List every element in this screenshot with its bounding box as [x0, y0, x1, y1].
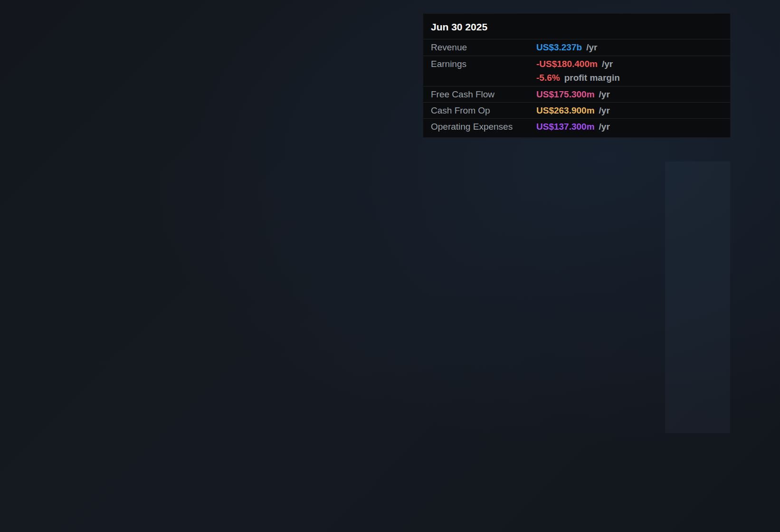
tooltip-suffix: /yr [599, 89, 610, 100]
tooltip-suffix: /yr [586, 42, 597, 53]
tooltip-label: Cash From Op [431, 105, 536, 116]
tooltip-row-earnings: Earnings -US$180.400m /yr [423, 56, 730, 72]
tooltip-row-profit-margin: -5.6% profit margin [423, 70, 730, 86]
tooltip-label: Earnings [431, 59, 536, 69]
future-band [665, 162, 730, 433]
financial-history-page: Jun 30 2025 Revenue US$3.237b /yr Earnin… [0, 0, 780, 532]
tooltip-label: Operating Expenses [431, 122, 536, 132]
tooltip-suffix: profit margin [564, 73, 620, 83]
data-tooltip: Jun 30 2025 Revenue US$3.237b /yr Earnin… [423, 13, 731, 138]
tooltip-row-free-cash-flow: Free Cash Flow US$175.300m /yr [423, 86, 730, 102]
tooltip-row-operating-expenses: Operating Expenses US$137.300m /yr [423, 118, 730, 134]
tooltip-value: US$175.300m [536, 89, 595, 100]
tooltip-label: Revenue [431, 42, 536, 53]
tooltip-date: Jun 30 2025 [423, 14, 730, 39]
tooltip-suffix: /yr [599, 122, 610, 132]
tooltip-value: US$263.900m [536, 105, 595, 116]
tooltip-suffix: /yr [599, 105, 610, 116]
tooltip-value: US$3.237b [536, 42, 582, 53]
tooltip-value: -US$180.400m [536, 59, 598, 69]
tooltip-row-revenue: Revenue US$3.237b /yr [423, 39, 730, 56]
tooltip-label: Free Cash Flow [431, 89, 536, 100]
tooltip-value: US$137.300m [536, 122, 595, 132]
tooltip-suffix: /yr [602, 59, 613, 69]
tooltip-value: -5.6% [536, 73, 560, 83]
tooltip-row-cash-from-op: Cash From Op US$263.900m /yr [423, 102, 730, 118]
